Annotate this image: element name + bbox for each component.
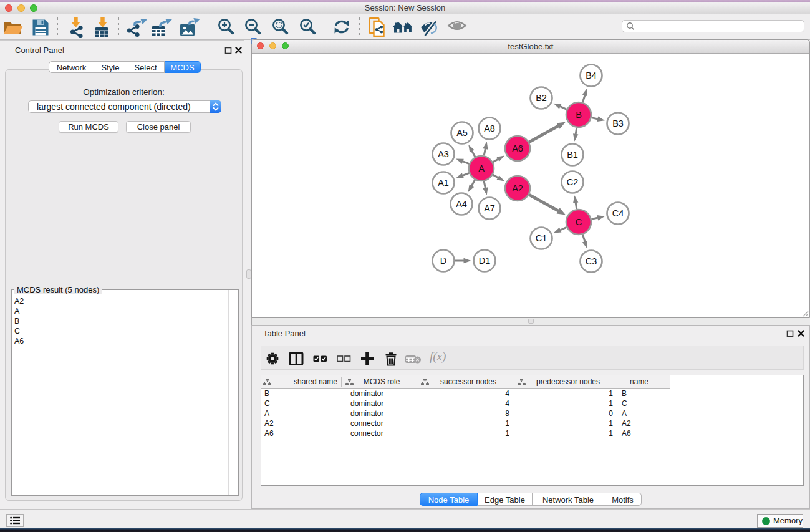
svg-text:B1: B1 <box>567 150 578 160</box>
svg-text:A6: A6 <box>512 143 523 153</box>
svg-text:A2: A2 <box>512 183 523 193</box>
svg-text:D: D <box>440 256 446 266</box>
svg-text:D1: D1 <box>479 256 491 266</box>
svg-text:C1: C1 <box>536 233 547 243</box>
svg-text:A3: A3 <box>438 149 449 159</box>
svg-text:C4: C4 <box>612 208 624 218</box>
svg-text:A5: A5 <box>456 128 468 138</box>
svg-text:A4: A4 <box>456 199 467 209</box>
svg-text:A: A <box>478 163 485 173</box>
svg-text:B3: B3 <box>612 118 624 128</box>
svg-text:A8: A8 <box>484 123 495 133</box>
svg-text:A7: A7 <box>484 203 495 213</box>
svg-text:B2: B2 <box>536 93 547 103</box>
svg-text:A1: A1 <box>438 178 449 188</box>
svg-text:C3: C3 <box>586 256 597 266</box>
svg-text:B4: B4 <box>586 70 597 80</box>
svg-text:C2: C2 <box>567 177 579 187</box>
svg-text:B: B <box>576 110 582 120</box>
svg-text:C: C <box>576 217 582 227</box>
